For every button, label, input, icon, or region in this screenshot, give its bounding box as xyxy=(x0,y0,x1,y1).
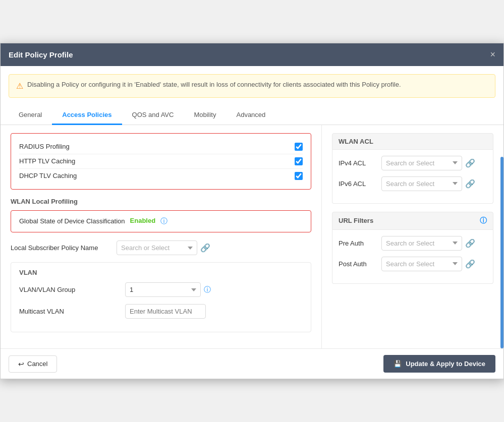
pre-auth-select[interactable]: Search or Select xyxy=(381,236,462,251)
vlan-info-icon[interactable]: ⓘ xyxy=(204,285,211,294)
subscriber-row: Local Subscriber Policy Name Search or S… xyxy=(11,240,311,255)
content-area: RADIUS Profiling HTTP TLV Caching DHCP T… xyxy=(1,125,503,348)
wlan-local-heading: WLAN Local Profiling xyxy=(11,198,311,205)
post-auth-link-icon[interactable]: 🔗 xyxy=(465,259,475,269)
ipv6-link-icon[interactable]: 🔗 xyxy=(465,179,475,189)
close-button[interactable]: × xyxy=(490,49,495,60)
update-apply-button[interactable]: 💾 Update & Apply to Device xyxy=(383,355,495,373)
wlan-acl-section: WLAN ACL IPv4 ACL Search or Select 🔗 xyxy=(332,133,493,204)
subscriber-link-icon[interactable]: 🔗 xyxy=(200,243,210,253)
multicast-input[interactable] xyxy=(125,304,206,319)
url-filters-label: URL Filters xyxy=(339,217,373,224)
global-state-info-icon[interactable]: ⓘ xyxy=(160,217,167,226)
post-auth-row: Post Auth Search or Select 🔗 xyxy=(339,257,487,271)
tab-general[interactable]: General xyxy=(9,106,52,125)
global-state-label: Global State of Device Classification xyxy=(19,217,125,226)
ipv4-select[interactable]: Search or Select xyxy=(381,156,462,170)
ipv4-link-icon[interactable]: 🔗 xyxy=(465,158,475,168)
tab-qos-avc[interactable]: QOS and AVC xyxy=(122,106,184,125)
edit-policy-modal: Edit Policy Profile × ⚠ Disabling a Poli… xyxy=(0,43,504,379)
tab-access-policies[interactable]: Access Policies xyxy=(52,106,122,125)
url-filters-info-icon[interactable]: ⓘ xyxy=(480,216,487,225)
tab-advanced[interactable]: Advanced xyxy=(226,106,275,125)
left-panel: RADIUS Profiling HTTP TLV Caching DHCP T… xyxy=(1,125,322,348)
pre-auth-link-icon[interactable]: 🔗 xyxy=(465,238,475,248)
pre-auth-label: Pre Auth xyxy=(339,239,376,247)
ipv6-label: IPv6 ACL xyxy=(339,180,376,188)
dhcp-tlv-row: DHCP TLV Caching xyxy=(19,168,303,183)
tabs-bar: General Access Policies QOS and AVC Mobi… xyxy=(1,106,503,125)
url-filters-section: URL Filters ⓘ Pre Auth Search or Select … xyxy=(332,212,493,284)
vlan-group-wrapper: 1 ⓘ xyxy=(125,282,211,297)
pre-auth-wrapper: Search or Select 🔗 xyxy=(381,236,475,251)
warning-icon: ⚠ xyxy=(16,80,23,92)
cancel-label: Cancel xyxy=(27,360,47,368)
vlan-group-label: VLAN/VLAN Group xyxy=(19,286,120,293)
radius-profiling-row: RADIUS Profiling xyxy=(19,140,303,154)
checkboxes-section: RADIUS Profiling HTTP TLV Caching DHCP T… xyxy=(11,133,311,190)
post-auth-select[interactable]: Search or Select xyxy=(381,257,462,271)
vlan-heading: VLAN xyxy=(19,269,303,276)
multicast-label: Multicast VLAN xyxy=(19,308,120,315)
global-state-value: Enabled xyxy=(130,217,156,224)
post-auth-wrapper: Search or Select 🔗 xyxy=(381,257,475,271)
modal-title: Edit Policy Profile xyxy=(9,50,73,59)
modal-footer: ↩ Cancel 💾 Update & Apply to Device xyxy=(1,348,503,379)
vlan-section: VLAN VLAN/VLAN Group 1 ⓘ Multicast VLAN xyxy=(11,262,311,332)
global-state-section: Global State of Device Classification En… xyxy=(11,210,311,232)
update-label: Update & Apply to Device xyxy=(406,360,485,368)
subscriber-label: Local Subscriber Policy Name xyxy=(11,244,111,252)
modal-header: Edit Policy Profile × xyxy=(1,43,503,66)
scrollbar[interactable] xyxy=(500,157,503,348)
warning-text: Disabling a Policy or configuring it in … xyxy=(27,80,401,90)
wlan-acl-body: IPv4 ACL Search or Select 🔗 IPv6 ACL xyxy=(332,150,493,204)
http-tlv-checkbox[interactable] xyxy=(295,157,303,165)
http-tlv-row: HTTP TLV Caching xyxy=(19,154,303,168)
vlan-group-select[interactable]: 1 xyxy=(125,282,201,297)
ipv4-label: IPv4 ACL xyxy=(339,159,376,167)
ipv4-row: IPv4 ACL Search or Select 🔗 xyxy=(339,156,487,170)
ipv6-row: IPv6 ACL Search or Select 🔗 xyxy=(339,176,487,191)
http-tlv-label: HTTP TLV Caching xyxy=(19,157,75,165)
ipv4-wrapper: Search or Select 🔗 xyxy=(381,156,475,170)
right-panel: WLAN ACL IPv4 ACL Search or Select 🔗 xyxy=(322,125,503,348)
global-state-row: Global State of Device Classification En… xyxy=(19,217,303,226)
ipv6-wrapper: Search or Select 🔗 xyxy=(381,176,475,191)
dhcp-tlv-checkbox[interactable] xyxy=(295,172,303,180)
radius-label: RADIUS Profiling xyxy=(19,143,70,150)
tab-mobility[interactable]: Mobility xyxy=(184,106,226,125)
save-icon: 💾 xyxy=(394,360,402,368)
post-auth-label: Post Auth xyxy=(339,260,376,268)
vlan-group-row: VLAN/VLAN Group 1 ⓘ xyxy=(19,282,303,297)
warning-banner: ⚠ Disabling a Policy or configuring it i… xyxy=(9,74,495,98)
multicast-row: Multicast VLAN xyxy=(19,304,303,319)
dhcp-tlv-label: DHCP TLV Caching xyxy=(19,172,77,179)
cancel-icon: ↩ xyxy=(18,360,24,368)
url-filters-heading: URL Filters ⓘ xyxy=(332,212,493,230)
cancel-button[interactable]: ↩ Cancel xyxy=(9,355,57,373)
modal-body: ⚠ Disabling a Policy or configuring it i… xyxy=(1,66,503,348)
radius-checkbox[interactable] xyxy=(295,143,303,151)
pre-auth-row: Pre Auth Search or Select 🔗 xyxy=(339,236,487,251)
url-filters-body: Pre Auth Search or Select 🔗 Post Auth xyxy=(332,230,493,284)
subscriber-select[interactable]: Search or Select xyxy=(117,240,197,255)
wlan-acl-heading: WLAN ACL xyxy=(332,133,493,150)
subscriber-select-wrapper: Search or Select 🔗 xyxy=(117,240,210,255)
wlan-acl-label: WLAN ACL xyxy=(339,138,373,145)
ipv6-select[interactable]: Search or Select xyxy=(381,176,462,191)
